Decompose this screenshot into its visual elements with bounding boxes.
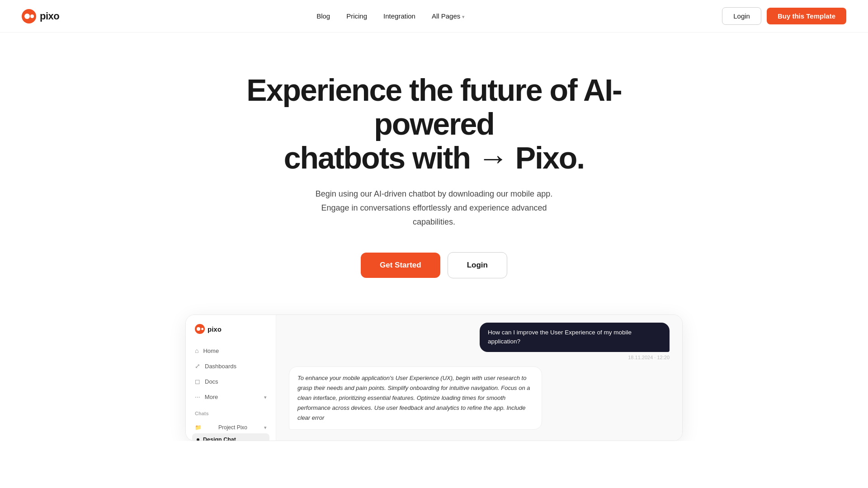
sidebar-chat-design[interactable]: Design Chat: [192, 433, 269, 441]
chart-icon: ⤢: [195, 362, 200, 370]
nav-link-pricing[interactable]: Pricing: [346, 12, 367, 20]
home-icon: ⌂: [195, 347, 198, 354]
more-chevron-icon: [264, 394, 267, 400]
logo-text: pixo: [40, 10, 59, 22]
user-message-bubble: How can I improve the User Experience of…: [480, 323, 670, 352]
group-chevron-icon: [264, 424, 267, 431]
app-sidebar: pixo ⌂ Home ⤢ Dashboards ◻ Docs ··· More…: [186, 315, 276, 441]
sidebar-logo: pixo: [186, 324, 276, 343]
sidebar-logo-text: pixo: [208, 325, 222, 333]
sidebar-item-more[interactable]: ··· More: [186, 389, 276, 404]
project-pixo-header[interactable]: 📁 Project Pixo: [192, 422, 269, 433]
sidebar-item-home[interactable]: ⌂ Home: [186, 343, 276, 358]
navbar: pixo Blog Pricing Integration All Pages …: [0, 0, 868, 33]
hero-title: Experience the future of AI-powered chat…: [231, 73, 637, 174]
hero-login-button[interactable]: Login: [448, 252, 507, 278]
active-bullet-icon: [197, 438, 199, 441]
app-preview-container: pixo ⌂ Home ⤢ Dashboards ◻ Docs ··· More…: [185, 314, 683, 441]
login-button[interactable]: Login: [722, 7, 761, 25]
more-icon: ···: [195, 393, 200, 400]
chevron-down-icon: [462, 12, 465, 20]
sidebar-logo-icon: [195, 324, 205, 334]
hero-subtitle: Begin using our AI-driven chatbot by dow…: [303, 187, 565, 229]
nav-link-blog[interactable]: Blog: [316, 12, 330, 20]
logo-icon: [22, 9, 36, 23]
nav-logo[interactable]: pixo: [22, 9, 59, 23]
project-pixo-group: 📁 Project Pixo Design Chat iOS Chat Mana…: [186, 419, 276, 441]
ai-response-bubble: To enhance your mobile application's Use…: [289, 366, 542, 430]
nav-link-integration[interactable]: Integration: [383, 12, 415, 20]
sidebar-item-dashboards[interactable]: ⤢ Dashboards: [186, 358, 276, 374]
sidebar-item-docs[interactable]: ◻ Docs: [186, 374, 276, 389]
chat-area: How can I improve the User Experience of…: [276, 315, 682, 441]
nav-links: Blog Pricing Integration All Pages: [316, 12, 465, 20]
folder-icon: 📁: [195, 424, 202, 431]
chat-timestamp: 18.11.2024 · 12:20: [289, 355, 670, 360]
get-started-button[interactable]: Get Started: [361, 253, 440, 278]
doc-icon: ◻: [195, 378, 200, 385]
chats-section-label: Chats: [186, 404, 276, 419]
buy-template-button[interactable]: Buy this Template: [767, 8, 846, 24]
hero-buttons: Get Started Login: [22, 252, 846, 278]
nav-actions: Login Buy this Template: [722, 7, 846, 25]
hero-section: Experience the future of AI-powered chat…: [0, 33, 868, 314]
nav-link-all-pages[interactable]: All Pages: [432, 12, 465, 20]
app-preview-section: pixo ⌂ Home ⤢ Dashboards ◻ Docs ··· More…: [0, 314, 868, 441]
